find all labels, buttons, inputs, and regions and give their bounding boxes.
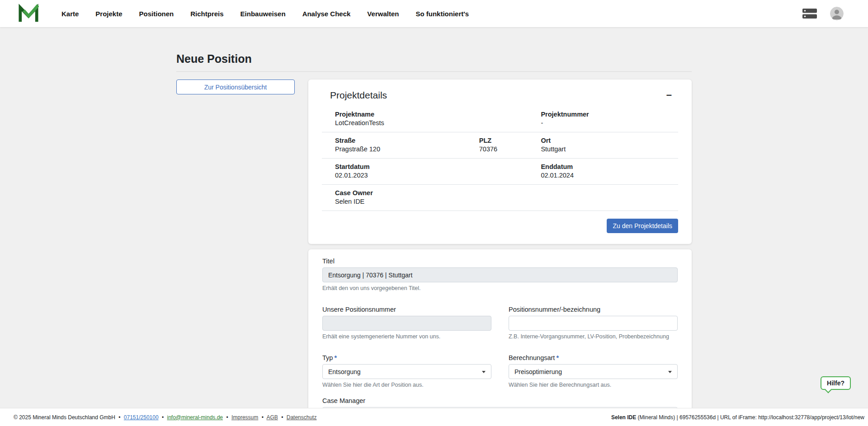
nav-item-analyse-check[interactable]: Analyse Check <box>302 10 351 18</box>
help-button[interactable]: Hilfe? <box>821 376 851 390</box>
footer-separator: • <box>162 414 164 421</box>
typ-select-value: Entsorgung <box>328 368 361 375</box>
unsere-positionsnummer-input <box>322 316 491 331</box>
footer-separator: • <box>281 414 283 421</box>
chevron-down-icon <box>668 371 672 373</box>
case-owner-value: Selen IDE <box>335 198 479 205</box>
impressum-link[interactable]: Impressum <box>231 414 258 421</box>
email-link[interactable]: info@mineral-minds.de <box>167 414 223 421</box>
title-divider <box>176 71 692 72</box>
detail-row: Startdatum 02.01.2023 Enddatum 02.01.202… <box>322 159 678 185</box>
titel-label: Titel <box>322 257 678 265</box>
session-user: Selen IDE <box>611 414 636 421</box>
detail-row: Projektname LotCreationTests Projektnumm… <box>322 106 678 132</box>
footer-separator: • <box>118 414 120 421</box>
nav-item-einbauweisen[interactable]: Einbauweisen <box>241 10 286 18</box>
copyright-text: © 2025 Mineral Minds Deutschland GmbH <box>14 414 115 421</box>
ort-value: Stuttgart <box>541 145 678 153</box>
berechnungsart-help: Wählen Sie hier die Berechnungsart aus. <box>509 382 678 388</box>
phone-link[interactable]: 07151/250100 <box>124 414 159 421</box>
mineral-minds-logo[interactable] <box>18 3 39 24</box>
footer-separator: • <box>226 414 228 421</box>
new-position-form-card: Titel Erhält den von uns vorgegebenen Ti… <box>308 249 692 426</box>
enddatum-label: Enddatum <box>541 163 678 170</box>
positionsnummer-group: Positionsnummer/-bezeichnung Z.B. Intern… <box>509 306 678 340</box>
detail-row: Straße Pragstraße 120 PLZ 70376 Ort Stut… <box>322 132 678 159</box>
berechnungsart-select[interactable]: Preisoptimierung <box>509 364 678 379</box>
positionsnummer-label: Positionsnummer/-bezeichnung <box>509 306 678 313</box>
person-icon <box>830 7 844 20</box>
page-title: Neue Position <box>176 52 692 66</box>
projektnummer-value: - <box>541 119 678 126</box>
back-to-positions-button[interactable]: Zur Positionsübersicht <box>176 80 295 94</box>
detail-row: Case Owner Selen IDE <box>322 185 678 211</box>
user-avatar[interactable] <box>830 7 844 20</box>
required-asterisk: * <box>556 354 559 361</box>
nav-item-verwalten[interactable]: Verwalten <box>367 10 399 18</box>
footer: © 2025 Mineral Minds Deutschland GmbH • … <box>0 408 868 426</box>
project-details-title: Projektdetails <box>330 90 387 101</box>
case-manager-label: Case Manager <box>322 397 678 404</box>
berechnungsart-group: Berechnungsart* Preisoptimierung Wählen … <box>509 354 678 388</box>
footer-separator: • <box>262 414 264 421</box>
nav-item-richtpreis[interactable]: Richtpreis <box>190 10 223 18</box>
required-asterisk: * <box>334 354 337 361</box>
footer-left: © 2025 Mineral Minds Deutschland GmbH • … <box>14 414 316 421</box>
strasse-value: Pragstraße 120 <box>335 145 479 153</box>
ort-label: Ort <box>541 137 678 144</box>
unsere-positionsnummer-help: Erhält eine systemgenerierte Nummer von … <box>322 333 491 340</box>
positionsnummer-input[interactable] <box>509 316 678 331</box>
projektname-label: Projektname <box>335 111 479 118</box>
left-column: Zur Positionsübersicht <box>176 80 295 94</box>
typ-help: Wählen Sie hier die Art der Position aus… <box>322 382 491 388</box>
unsere-positionsnummer-label: Unsere Positionsnummer <box>322 306 491 313</box>
main-nav: Karte Projekte Positionen Richtpreis Ein… <box>61 10 469 18</box>
nav-right-section <box>802 7 844 20</box>
typ-select[interactable]: Entsorgung <box>322 364 491 379</box>
footer-session-info: Selen IDE (Mineral Minds) | 69576255536d… <box>611 414 864 421</box>
session-details: (Mineral Minds) | 69576255536d | URL of … <box>636 414 864 421</box>
go-to-project-details-button[interactable]: Zu den Projektdetails <box>607 219 678 233</box>
collapse-card-button[interactable]: – <box>666 90 672 100</box>
main-area: Neue Position Zur Positionsübersicht Pro… <box>0 27 868 426</box>
berechnungsart-label: Berechnungsart* <box>509 354 678 361</box>
right-column: Projektdetails – Projektname LotCreation… <box>308 80 692 426</box>
typ-label: Typ* <box>322 354 491 361</box>
titel-input <box>322 267 678 282</box>
agb-link[interactable]: AGB <box>267 414 278 421</box>
project-details-card: Projektdetails – Projektname LotCreation… <box>308 80 692 244</box>
titel-group: Titel Erhält den von uns vorgegebenen Ti… <box>322 257 678 291</box>
datenschutz-link[interactable]: Datenschutz <box>287 414 317 421</box>
unsere-positionsnummer-group: Unsere Positionsnummer Erhält eine syste… <box>322 306 491 340</box>
nav-item-positionen[interactable]: Positionen <box>139 10 174 18</box>
plz-value: 70376 <box>479 145 541 153</box>
typ-group: Typ* Entsorgung Wählen Sie hier die Art … <box>322 354 491 388</box>
nav-item-so-funktionierts[interactable]: So funktioniert's <box>415 10 469 18</box>
content-container: Neue Position Zur Positionsübersicht Pro… <box>176 27 692 426</box>
chevron-down-icon <box>482 371 486 373</box>
startdatum-value: 02.01.2023 <box>335 172 479 179</box>
strasse-label: Straße <box>335 137 479 144</box>
titel-help: Erhält den von uns vorgegebenen Titel. <box>322 285 678 291</box>
berechnungsart-select-value: Preisoptimierung <box>514 368 562 375</box>
projektnummer-label: Projektnummer <box>541 111 678 118</box>
project-details-table: Projektname LotCreationTests Projektnumm… <box>322 106 678 211</box>
logo-m-icon <box>18 3 39 24</box>
server-icon[interactable] <box>802 7 817 20</box>
nav-item-projekte[interactable]: Projekte <box>95 10 122 18</box>
nav-item-karte[interactable]: Karte <box>61 10 79 18</box>
case-owner-label: Case Owner <box>335 189 479 197</box>
plz-label: PLZ <box>479 137 541 144</box>
positionsnummer-help: Z.B. Interne-Vorgangsnummer, LV-Position… <box>509 333 678 340</box>
top-navigation: Karte Projekte Positionen Richtpreis Ein… <box>0 0 868 27</box>
startdatum-label: Startdatum <box>335 163 479 170</box>
projektname-value: LotCreationTests <box>335 119 479 126</box>
enddatum-value: 02.01.2024 <box>541 172 678 179</box>
